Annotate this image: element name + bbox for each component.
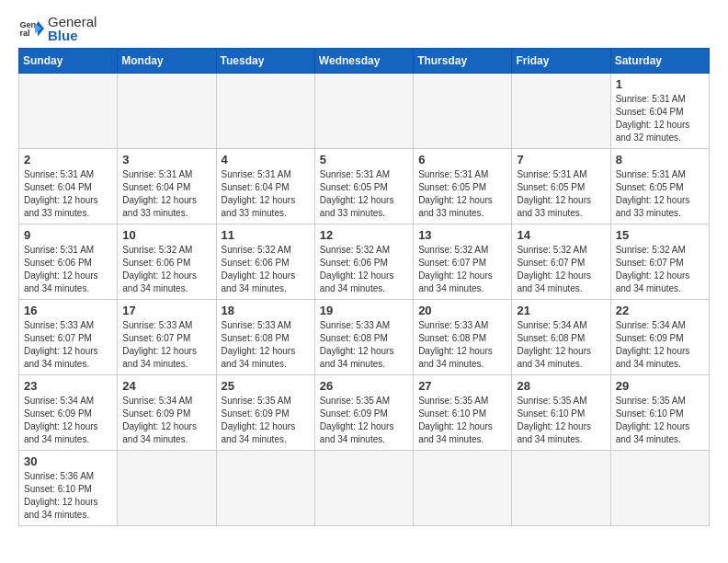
header-row: SundayMondayTuesdayWednesdayThursdayFrid…: [19, 49, 710, 74]
calendar-cell: 25Sunrise: 5:35 AMSunset: 6:09 PMDayligh…: [216, 375, 314, 451]
day-number: 29: [616, 379, 704, 393]
calendar-cell: 29Sunrise: 5:35 AMSunset: 6:10 PMDayligh…: [610, 375, 709, 451]
header-day-thursday: Thursday: [414, 49, 512, 74]
calendar-week-5: 30Sunrise: 5:36 AMSunset: 6:10 PMDayligh…: [19, 451, 710, 526]
calendar-cell: 15Sunrise: 5:32 AMSunset: 6:07 PMDayligh…: [610, 224, 709, 300]
calendar-cell: [610, 451, 709, 526]
calendar-cell: [216, 74, 314, 149]
cell-info: Sunrise: 5:31 AMSunset: 6:04 PMDaylight:…: [122, 168, 210, 220]
cell-info: Sunrise: 5:31 AMSunset: 6:04 PMDaylight:…: [616, 93, 704, 144]
cell-info: Sunrise: 5:31 AMSunset: 6:06 PMDaylight:…: [24, 244, 112, 295]
header: Gene ral General Blue: [18, 15, 710, 42]
calendar-cell: [414, 451, 512, 526]
calendar-cell: 3Sunrise: 5:31 AMSunset: 6:04 PMDaylight…: [118, 149, 216, 224]
calendar-cell: 16Sunrise: 5:33 AMSunset: 6:07 PMDayligh…: [19, 300, 118, 375]
svg-text:ral: ral: [19, 29, 29, 38]
cell-info: Sunrise: 5:33 AMSunset: 6:08 PMDaylight:…: [418, 319, 506, 371]
logo-blue-text: Blue: [48, 29, 97, 42]
calendar-cell: 10Sunrise: 5:32 AMSunset: 6:06 PMDayligh…: [118, 224, 216, 300]
cell-info: Sunrise: 5:31 AMSunset: 6:05 PMDaylight:…: [616, 168, 704, 220]
header-day-monday: Monday: [118, 49, 216, 74]
day-number: 14: [517, 228, 605, 242]
day-number: 22: [616, 304, 704, 317]
day-number: 17: [122, 304, 210, 317]
day-number: 26: [320, 379, 408, 393]
cell-info: Sunrise: 5:32 AMSunset: 6:07 PMDaylight:…: [517, 244, 605, 295]
cell-info: Sunrise: 5:33 AMSunset: 6:08 PMDaylight:…: [320, 319, 408, 371]
day-number: 2: [24, 153, 112, 167]
header-day-saturday: Saturday: [610, 49, 709, 74]
calendar-cell: 9Sunrise: 5:31 AMSunset: 6:06 PMDaylight…: [19, 224, 118, 300]
calendar-cell: 4Sunrise: 5:31 AMSunset: 6:04 PMDaylight…: [216, 149, 314, 224]
cell-info: Sunrise: 5:34 AMSunset: 6:08 PMDaylight:…: [517, 319, 605, 371]
cell-info: Sunrise: 5:32 AMSunset: 6:06 PMDaylight:…: [222, 244, 310, 295]
calendar-cell: 23Sunrise: 5:34 AMSunset: 6:09 PMDayligh…: [19, 375, 118, 451]
cell-info: Sunrise: 5:31 AMSunset: 6:04 PMDaylight:…: [24, 168, 112, 220]
cell-info: Sunrise: 5:35 AMSunset: 6:10 PMDaylight:…: [418, 395, 506, 446]
calendar-cell: [512, 451, 610, 526]
cell-info: Sunrise: 5:31 AMSunset: 6:05 PMDaylight:…: [517, 168, 605, 220]
calendar-week-0: 1Sunrise: 5:31 AMSunset: 6:04 PMDaylight…: [19, 74, 710, 149]
calendar-cell: 22Sunrise: 5:34 AMSunset: 6:09 PMDayligh…: [610, 300, 709, 375]
day-number: 21: [517, 304, 605, 317]
day-number: 4: [222, 153, 310, 167]
day-number: 6: [418, 153, 506, 167]
calendar-cell: 2Sunrise: 5:31 AMSunset: 6:04 PMDaylight…: [19, 149, 118, 224]
logo: Gene ral General Blue: [18, 15, 97, 42]
day-number: 23: [24, 379, 112, 393]
cell-info: Sunrise: 5:32 AMSunset: 6:06 PMDaylight:…: [320, 244, 408, 295]
calendar-cell: [216, 451, 314, 526]
day-number: 1: [616, 77, 704, 91]
calendar-cell: 26Sunrise: 5:35 AMSunset: 6:09 PMDayligh…: [314, 375, 413, 451]
header-day-sunday: Sunday: [19, 49, 118, 74]
cell-info: Sunrise: 5:31 AMSunset: 6:05 PMDaylight:…: [320, 168, 408, 220]
calendar-cell: 18Sunrise: 5:33 AMSunset: 6:08 PMDayligh…: [216, 300, 314, 375]
header-day-friday: Friday: [512, 49, 610, 74]
day-number: 7: [517, 153, 605, 167]
calendar-cell: [118, 451, 216, 526]
cell-info: Sunrise: 5:32 AMSunset: 6:07 PMDaylight:…: [616, 244, 704, 295]
day-number: 18: [222, 304, 310, 317]
calendar-cell: 19Sunrise: 5:33 AMSunset: 6:08 PMDayligh…: [314, 300, 413, 375]
day-number: 16: [24, 304, 112, 317]
calendar-cell: [314, 451, 413, 526]
calendar-cell: 12Sunrise: 5:32 AMSunset: 6:06 PMDayligh…: [314, 224, 413, 300]
calendar-cell: [314, 74, 413, 149]
day-number: 13: [418, 228, 506, 242]
calendar-header: SundayMondayTuesdayWednesdayThursdayFrid…: [19, 49, 710, 74]
cell-info: Sunrise: 5:35 AMSunset: 6:09 PMDaylight:…: [222, 395, 310, 446]
day-number: 3: [122, 153, 210, 167]
calendar-cell: 7Sunrise: 5:31 AMSunset: 6:05 PMDaylight…: [512, 149, 610, 224]
cell-info: Sunrise: 5:34 AMSunset: 6:09 PMDaylight:…: [24, 395, 112, 446]
calendar-week-1: 2Sunrise: 5:31 AMSunset: 6:04 PMDaylight…: [19, 149, 710, 224]
cell-info: Sunrise: 5:33 AMSunset: 6:07 PMDaylight:…: [122, 319, 210, 371]
cell-info: Sunrise: 5:34 AMSunset: 6:09 PMDaylight:…: [122, 395, 210, 446]
day-number: 9: [24, 228, 112, 242]
calendar-cell: 1Sunrise: 5:31 AMSunset: 6:04 PMDaylight…: [610, 74, 709, 149]
cell-info: Sunrise: 5:34 AMSunset: 6:09 PMDaylight:…: [616, 319, 704, 371]
cell-info: Sunrise: 5:35 AMSunset: 6:10 PMDaylight:…: [616, 395, 704, 446]
calendar-week-2: 9Sunrise: 5:31 AMSunset: 6:06 PMDaylight…: [19, 224, 710, 300]
calendar-week-3: 16Sunrise: 5:33 AMSunset: 6:07 PMDayligh…: [19, 300, 710, 375]
day-number: 8: [616, 153, 704, 167]
day-number: 25: [222, 379, 310, 393]
calendar-cell: 30Sunrise: 5:36 AMSunset: 6:10 PMDayligh…: [19, 451, 118, 526]
calendar-cell: [118, 74, 216, 149]
day-number: 11: [222, 228, 310, 242]
calendar-cell: [512, 74, 610, 149]
calendar-cell: 8Sunrise: 5:31 AMSunset: 6:05 PMDaylight…: [610, 149, 709, 224]
logo-general-text: General: [48, 15, 97, 29]
day-number: 24: [122, 379, 210, 393]
general-blue-logo-icon: Gene ral: [18, 16, 44, 41]
cell-info: Sunrise: 5:35 AMSunset: 6:10 PMDaylight:…: [517, 395, 605, 446]
day-number: 5: [320, 153, 408, 167]
calendar-week-4: 23Sunrise: 5:34 AMSunset: 6:09 PMDayligh…: [19, 375, 710, 451]
cell-info: Sunrise: 5:33 AMSunset: 6:08 PMDaylight:…: [222, 319, 310, 371]
calendar-cell: 20Sunrise: 5:33 AMSunset: 6:08 PMDayligh…: [414, 300, 512, 375]
cell-info: Sunrise: 5:35 AMSunset: 6:09 PMDaylight:…: [320, 395, 408, 446]
day-number: 27: [418, 379, 506, 393]
calendar-cell: 27Sunrise: 5:35 AMSunset: 6:10 PMDayligh…: [414, 375, 512, 451]
calendar-cell: 5Sunrise: 5:31 AMSunset: 6:05 PMDaylight…: [314, 149, 413, 224]
calendar-cell: 6Sunrise: 5:31 AMSunset: 6:05 PMDaylight…: [414, 149, 512, 224]
calendar-cell: [19, 74, 118, 149]
